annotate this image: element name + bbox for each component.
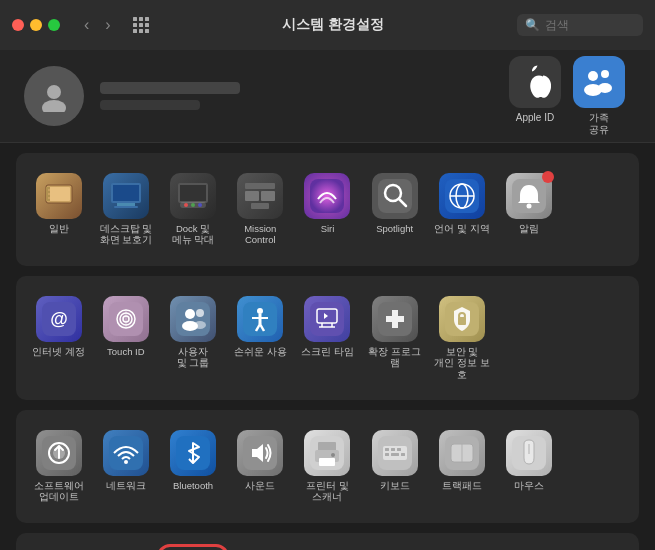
svg-rect-26 [310, 179, 344, 213]
window-title: 시스템 환경설정 [159, 16, 507, 34]
general-item[interactable]: 일반 [26, 167, 91, 252]
family-sharing-icon [573, 56, 625, 108]
language-label: 언어 및 지역 [434, 223, 489, 234]
grid-icon[interactable] [133, 17, 149, 33]
desktop-label: 데스크탑 및 화면 보호기 [100, 223, 153, 246]
spotlight-item[interactable]: Spotlight [362, 167, 427, 252]
svg-rect-81 [385, 453, 389, 456]
notification-item[interactable]: 알림 [497, 167, 562, 252]
svg-rect-14 [117, 203, 135, 206]
minimize-button[interactable] [30, 19, 42, 31]
search-bar[interactable]: 🔍 [517, 14, 643, 36]
back-button[interactable]: ‹ [78, 14, 95, 36]
sound-label: 사운드 [245, 480, 275, 491]
internet-item[interactable]: @ 인터넷 계정 [26, 290, 91, 386]
icon-grid-3: 소프트웨어 업데이트 네트워크 [26, 424, 629, 509]
desktop-item[interactable]: 데스크탑 및 화면 보호기 [93, 167, 158, 252]
svg-rect-74 [319, 458, 335, 466]
desktop-icon [103, 173, 149, 219]
dock-item[interactable]: Dock 및 메뉴 막대 [160, 167, 225, 252]
apple-id-icon [509, 56, 561, 108]
svg-rect-11 [48, 197, 50, 199]
svg-point-21 [198, 203, 202, 207]
accessibility-item[interactable]: 손쉬운 사용 [228, 290, 293, 386]
language-icon [439, 173, 485, 219]
keyboard-item[interactable]: 키보드 [362, 424, 427, 509]
mission-label: Mission Control [244, 223, 276, 246]
icon-grid-2: @ 인터넷 계정 Touch ID [26, 290, 629, 386]
bluetooth-icon [170, 430, 216, 476]
svg-point-47 [194, 321, 206, 329]
mouse-icon [506, 430, 552, 476]
siri-item[interactable]: Siri [295, 167, 360, 252]
mouse-item[interactable]: 마우스 [497, 424, 562, 509]
extensions-item[interactable]: 확장 프로그램 [362, 290, 427, 386]
trackpad-item[interactable]: 트랙패드 [429, 424, 494, 509]
fullscreen-button[interactable] [48, 19, 60, 31]
svg-rect-13 [113, 185, 139, 201]
svg-point-35 [527, 204, 532, 209]
security-item[interactable]: 보안 및 개인 정보 보호 [429, 290, 494, 386]
language-item[interactable]: 언어 및 지역 [429, 167, 494, 252]
traffic-lights [12, 19, 60, 31]
printer-label: 프린터 및 스캐너 [306, 480, 349, 503]
dock-icon [170, 173, 216, 219]
general-icon [36, 173, 82, 219]
svg-point-2 [588, 71, 598, 81]
notification-icon [506, 173, 552, 219]
main-content: 일반 데스크탑 및 화면 보호기 [0, 143, 655, 550]
search-icon: 🔍 [525, 18, 540, 32]
mission-icon [237, 173, 283, 219]
trackpad-icon [439, 430, 485, 476]
svg-point-19 [184, 203, 188, 207]
avatar[interactable] [24, 66, 84, 126]
keyboard-label: 키보드 [380, 480, 410, 491]
general-label: 일반 [49, 223, 69, 234]
dock-label: Dock 및 메뉴 막대 [172, 223, 215, 246]
apple-id-label: Apple ID [516, 112, 554, 124]
svg-rect-25 [251, 203, 269, 209]
screentime-item[interactable]: 스크린 타임 [295, 290, 360, 386]
notification-label: 알림 [519, 223, 539, 234]
forward-button[interactable]: › [99, 14, 116, 36]
screentime-label: 스크린 타임 [301, 346, 354, 357]
touchid-item[interactable]: Touch ID [93, 290, 158, 386]
spotlight-icon [372, 173, 418, 219]
apple-id-icon-item[interactable]: Apple ID [509, 56, 561, 136]
svg-rect-24 [245, 183, 275, 189]
svg-rect-15 [114, 206, 138, 208]
svg-text:@: @ [50, 309, 68, 329]
section-4: 디스플레이 Sidecar [16, 533, 639, 550]
svg-point-46 [196, 309, 204, 317]
user-sub-bar [100, 100, 200, 110]
software-label: 소프트웨어 업데이트 [34, 480, 84, 503]
siri-icon [304, 173, 350, 219]
svg-rect-10 [48, 193, 50, 195]
software-item[interactable]: 소프트웨어 업데이트 [26, 424, 91, 509]
users-item[interactable]: 사용자 및 그룹 [160, 290, 225, 386]
section-3: 소프트웨어 업데이트 네트워크 [16, 410, 639, 523]
close-button[interactable] [12, 19, 24, 31]
svg-rect-9 [48, 189, 50, 191]
software-icon [36, 430, 82, 476]
family-sharing-icon-item[interactable]: 가족 공유 [573, 56, 625, 136]
section-2: @ 인터넷 계정 Touch ID [16, 276, 639, 400]
sound-item[interactable]: 사운드 [228, 424, 293, 509]
printer-item[interactable]: 프린터 및 스캐너 [295, 424, 360, 509]
svg-rect-43 [176, 302, 210, 336]
search-input[interactable] [545, 18, 635, 32]
bluetooth-label: Bluetooth [173, 480, 213, 491]
mission-item[interactable]: Mission Control [228, 167, 293, 252]
bluetooth-item[interactable]: Bluetooth [160, 424, 225, 509]
profile-icons: Apple ID 가족 공유 [509, 56, 625, 136]
touchid-icon [103, 296, 149, 342]
svg-rect-7 [48, 187, 70, 201]
accessibility-label: 손쉬운 사용 [234, 346, 287, 357]
security-icon [439, 296, 485, 342]
svg-point-1 [42, 100, 66, 112]
svg-rect-79 [391, 448, 395, 451]
network-item[interactable]: 네트워크 [93, 424, 158, 509]
svg-point-75 [331, 453, 335, 457]
svg-point-5 [598, 83, 612, 93]
siri-label: Siri [321, 223, 335, 234]
